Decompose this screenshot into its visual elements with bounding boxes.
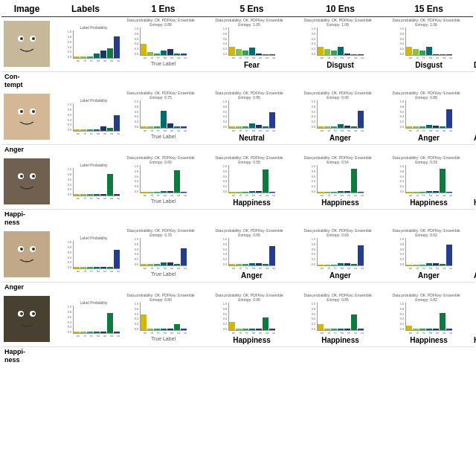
bar <box>141 44 147 55</box>
x-tick: sa <box>441 266 447 270</box>
pred-label-cell-1: Anger <box>296 271 385 283</box>
x-tick: an <box>231 129 237 132</box>
y-label: 0.8 <box>68 36 72 39</box>
y-label: 0.2 <box>135 48 139 51</box>
x-tick: su <box>182 331 188 335</box>
x-tick: di <box>149 129 155 132</box>
x-tick: an <box>408 331 414 335</box>
col-header-labels: Labels <box>52 1 119 17</box>
y-label: 0.4 <box>135 180 139 183</box>
bar <box>114 115 120 131</box>
y-label: 0.2 <box>135 258 139 261</box>
pred-chart-cell-1: Data probability: OK. PDFKey: Ensemble E… <box>208 17 296 62</box>
chart-wrapper: Data probability: OK. PDFKey: Ensemble E… <box>297 91 379 132</box>
x-tick: su <box>115 132 121 135</box>
y-label: 0.6 <box>223 38 228 41</box>
chart-subtitle: Label Probability <box>80 236 108 241</box>
bar <box>229 264 235 265</box>
face-svg <box>4 21 50 67</box>
svg-point-17 <box>32 175 35 178</box>
chart-wrapper: Data probability: OK. PDFKey: Ensemble E… <box>385 156 467 197</box>
bar <box>100 194 106 196</box>
x-tick: an <box>75 334 81 338</box>
bar <box>236 329 242 330</box>
bar <box>324 49 330 55</box>
y-label: 0.2 <box>312 323 316 326</box>
x-tick: an <box>319 266 325 270</box>
bar <box>147 52 153 55</box>
chart-wrapper: Data probability: OK. PDFKey: Ensemble E… <box>120 91 202 132</box>
bar <box>433 191 439 193</box>
bar <box>249 329 255 330</box>
bar <box>229 322 235 330</box>
y-label: 1.0 <box>400 238 405 241</box>
chart-subtitle: Data probability: OK. PDFKey: Ensemble E… <box>297 91 379 100</box>
chart-subtitle: Data probability: OK. PDFKey: Ensemble E… <box>120 91 202 100</box>
pred-label-text: Happiness <box>321 336 359 344</box>
pred-label-cell-1: Disgust <box>296 61 385 72</box>
bar <box>167 123 173 128</box>
chart-row-4: Label Probability 1.00.80.60.40.20.0 and… <box>1 292 475 336</box>
y-label: 1.0 <box>312 303 316 306</box>
emotion-label-cell: Happi- ness <box>1 347 473 366</box>
x-tick: ha <box>162 129 168 132</box>
x-tick: an <box>319 56 325 59</box>
face-image-cell <box>1 292 52 347</box>
x-tick: sa <box>264 56 270 59</box>
col-header-image: Image <box>1 1 52 17</box>
x-tick: ne <box>346 129 352 132</box>
bar <box>433 263 439 265</box>
x-tick: ha <box>339 129 345 132</box>
chart-subtitle: Data probability: OK. PDFKey: Ensemble E… <box>297 19 379 27</box>
y-label: 0.4 <box>312 180 316 183</box>
pred-label-text: Disgust <box>327 61 354 69</box>
bar <box>358 245 364 265</box>
x-tick: sa <box>176 331 181 335</box>
face-svg <box>4 231 50 277</box>
y-label: 0.8 <box>400 308 405 311</box>
y-label: 0.4 <box>68 184 72 187</box>
bar <box>269 112 275 128</box>
x-tick: fe <box>244 266 250 270</box>
x-tick: ha <box>339 331 345 335</box>
bar <box>229 47 235 55</box>
y-label: 0.8 <box>400 33 405 36</box>
row-emotion-label: Happi- ness <box>4 210 25 226</box>
y-label: 1.0 <box>68 103 72 106</box>
bar <box>338 263 344 265</box>
bar <box>147 126 153 128</box>
y-label: 0.4 <box>223 317 228 320</box>
chart-subtitle: Data probability: OK. PDFKey: Ensemble E… <box>208 294 290 302</box>
chart-subtitle: Label Probability <box>80 99 108 103</box>
x-tick: ne <box>434 266 440 270</box>
bar <box>338 191 344 193</box>
y-label: 1.0 <box>135 100 139 103</box>
chart-wrapper: Data probability: OK. PDFKey: Ensemble E… <box>385 229 467 270</box>
bar <box>338 47 344 55</box>
chart-wrapper: Data probability: OK. PDFKey: Ensemble E… <box>208 19 290 59</box>
pred-chart-cell-1: Data probability: OK. PDFKey: Ensemble E… <box>208 228 296 271</box>
bar <box>87 129 93 131</box>
emotion-label-row-3: Anger <box>1 283 475 293</box>
x-tick: an <box>75 132 81 135</box>
y-label: 0.4 <box>312 115 316 118</box>
chart-subtitle: Data probability: OK. PDFKey: Ensemble E… <box>208 156 290 164</box>
chart-wrapper: Data probability: OK. PDFKey: Ensemble E… <box>120 229 202 270</box>
bar <box>80 57 86 58</box>
bar <box>338 124 344 128</box>
y-label: 0.6 <box>312 175 316 178</box>
y-label: 0.4 <box>135 115 139 118</box>
y-label: 0.2 <box>135 185 139 188</box>
pred-label-text: Happiness <box>410 199 448 207</box>
y-label: 0.8 <box>68 246 72 249</box>
x-tick: di <box>237 193 243 197</box>
bar <box>87 332 93 333</box>
chart-wrapper: Data probability: OK. PDFKey: Ensemble E… <box>297 294 379 335</box>
chart-wrapper: Data probability: OK. PDFKey: Ensemble E… <box>208 156 290 197</box>
bar <box>87 267 93 268</box>
chart-subtitle: Data probability: OK. PDFKey: Ensemble E… <box>297 294 379 302</box>
main-table: Image Labels 1 Ens 5 Ens 10 Ens 15 Ens L… <box>1 1 475 365</box>
x-tick: ne <box>169 129 175 132</box>
x-tick: an <box>319 129 325 132</box>
y-label: 1.0 <box>135 28 139 30</box>
